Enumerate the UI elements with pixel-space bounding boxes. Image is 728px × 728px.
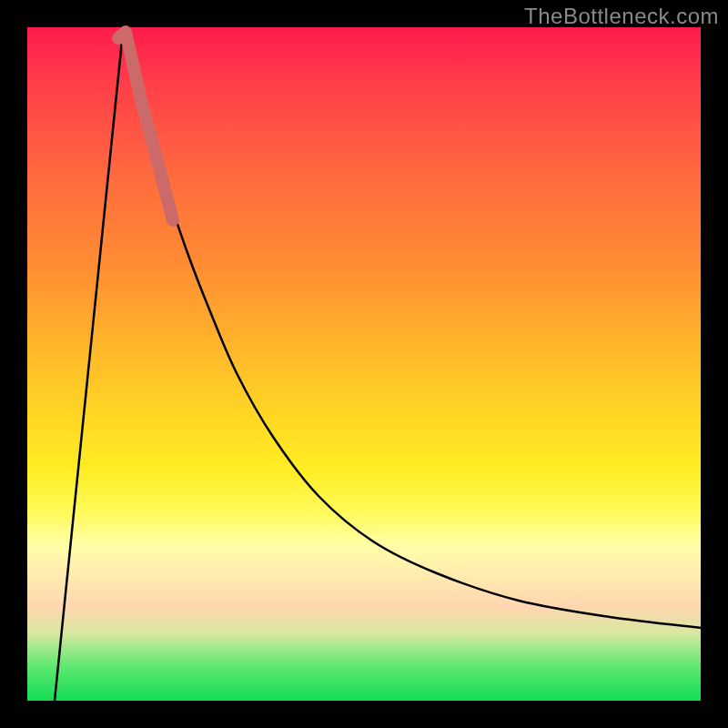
series-main-curve	[123, 32, 701, 628]
chart-frame: TheBottleneck.com	[0, 0, 728, 728]
chart-svg	[27, 27, 701, 701]
watermark-text: TheBottleneck.com	[524, 4, 719, 29]
series-left-descent	[55, 32, 123, 701]
series-highlight-segment	[118, 32, 173, 220]
plot-area	[27, 27, 701, 701]
